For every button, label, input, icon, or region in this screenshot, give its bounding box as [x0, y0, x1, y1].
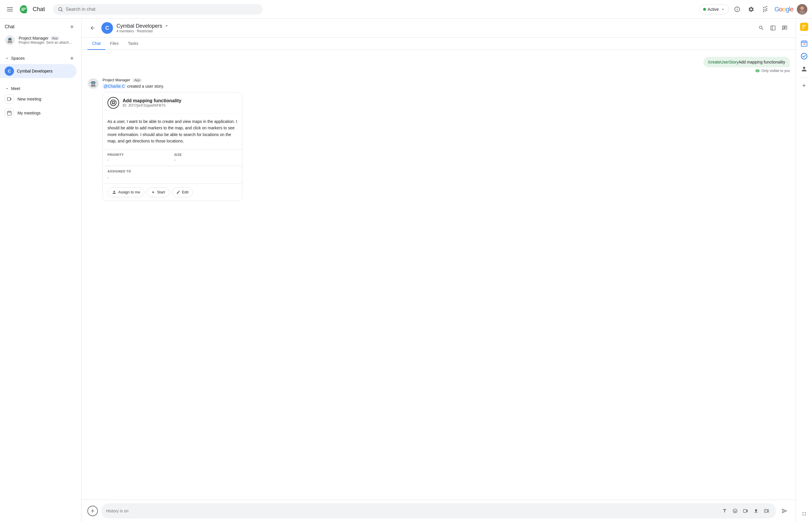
new-meeting-icon [5, 94, 14, 104]
hamburger-menu[interactable] [5, 5, 15, 14]
message-input[interactable] [106, 508, 718, 513]
svg-rect-27 [94, 85, 95, 86]
start-label: Start [157, 190, 165, 194]
svg-point-9 [8, 39, 9, 40]
svg-point-10 [11, 39, 12, 40]
new-space-button[interactable] [67, 54, 77, 63]
priority-value: - [107, 158, 171, 162]
project-manager-avatar [5, 35, 15, 45]
input-actions [720, 506, 771, 516]
my-meetings-item[interactable]: My meetings [0, 106, 81, 120]
bot-avatar [87, 78, 99, 89]
toggle-panel-button[interactable] [768, 23, 778, 33]
tabs: Chat Files Tasks [82, 38, 796, 50]
story-title: Add mapping functionality [123, 98, 181, 103]
svg-point-4 [800, 6, 804, 10]
user-message-bubble: /createUserStoryAdd mapping functionalit… [703, 57, 790, 67]
svg-rect-13 [7, 98, 11, 101]
svg-rect-24 [92, 84, 94, 84]
content-area: C Cymbal Developers 4 members · Restrict… [82, 19, 796, 522]
story-card-header: Add mapping functionality ID: J5TI7jsnF2… [103, 92, 242, 114]
user-avatar[interactable] [797, 4, 807, 15]
bot-content: Project Manager App @Charlie C created a… [103, 78, 790, 201]
add-button[interactable] [87, 506, 98, 516]
send-button[interactable] [779, 506, 790, 516]
svg-rect-26 [92, 85, 93, 86]
chevron-down-icon [5, 56, 9, 61]
chat-label[interactable]: Chat [5, 24, 15, 29]
google-tasks-button[interactable] [798, 21, 810, 33]
sidebar-item-project-manager[interactable]: Project Manager App Project Manager: Sen… [0, 33, 78, 48]
expand-section [798, 508, 810, 520]
story-icon [107, 97, 119, 109]
story-card: Add mapping functionality ID: J5TI7jsnF2… [103, 92, 242, 201]
main-layout: Chat Project Manager [0, 19, 812, 522]
start-button[interactable]: Start [147, 187, 169, 197]
back-button[interactable] [87, 23, 98, 33]
size-value: - [174, 158, 237, 162]
chevron-down-icon [5, 86, 9, 91]
assigned-label: ASSIGNED TO [107, 166, 237, 173]
project-manager-info: Project Manager App Project Manager: Sen… [19, 36, 73, 44]
emoji-button[interactable] [730, 506, 740, 516]
search-button[interactable] [756, 23, 767, 33]
svg-text:19: 19 [803, 43, 806, 45]
svg-rect-14 [7, 111, 12, 115]
chat-section-header: Chat [0, 19, 81, 33]
tab-files[interactable]: Files [105, 38, 123, 50]
story-meta: PRIORITY - SIZE - [103, 149, 242, 166]
google-logo: Google [774, 5, 793, 13]
sidebar-item-cymbal-developers[interactable]: C Cymbal Developers [0, 64, 77, 78]
input-area [82, 500, 796, 522]
new-meeting-item[interactable]: New meeting [0, 92, 81, 106]
top-bar: Chat Active Google [0, 0, 812, 19]
search-input[interactable] [65, 7, 258, 12]
spaces-section-header: Spaces [0, 50, 81, 64]
upload-button[interactable] [751, 506, 761, 516]
new-chat-button[interactable] [67, 22, 77, 32]
assigned-value: - [107, 174, 237, 180]
meet-label[interactable]: Meet [5, 86, 20, 91]
tab-chat[interactable]: Chat [87, 38, 105, 50]
new-meeting-label: New meeting [18, 97, 41, 101]
svg-line-2 [61, 10, 63, 12]
chevron-down-icon [164, 23, 169, 28]
command-arg: Add mapping functionality [738, 60, 785, 64]
sidebar: Chat Project Manager [0, 19, 82, 522]
edit-icon [176, 190, 180, 194]
apps-button[interactable] [759, 3, 771, 15]
expand-button[interactable] [798, 508, 810, 520]
bot-app-badge: App [133, 78, 142, 82]
svg-rect-18 [771, 26, 775, 30]
svg-point-23 [94, 82, 95, 83]
tab-tasks[interactable]: Tasks [123, 38, 143, 50]
person-icon [112, 190, 117, 195]
story-priority: PRIORITY - [107, 153, 171, 162]
story-assigned-section: ASSIGNED TO - [103, 166, 242, 184]
bot-message: Project Manager App @Charlie C created a… [87, 78, 790, 201]
bot-sender: Project Manager App [103, 78, 790, 82]
space-name[interactable]: Cymbal Developers [117, 23, 753, 29]
meet-button[interactable] [762, 506, 771, 516]
text-format-button[interactable] [720, 506, 729, 516]
video-button[interactable] [741, 506, 750, 516]
svg-rect-37 [802, 25, 806, 26]
edit-button[interactable]: Edit [172, 187, 193, 197]
spaces-label[interactable]: Spaces [5, 56, 25, 61]
space-header: C Cymbal Developers 4 members · Restrict… [82, 19, 796, 38]
size-label: SIZE [174, 153, 237, 156]
google-calendar-button[interactable]: 19 [798, 38, 810, 49]
add-widget-button[interactable]: + [798, 80, 810, 92]
assign-to-me-button[interactable]: Assign to me [107, 187, 144, 197]
bot-created-text: @Charlie C created a user story. [103, 84, 790, 88]
settings-button[interactable] [745, 3, 757, 15]
tasks-check-button[interactable] [798, 51, 810, 62]
status-button[interactable]: Active [699, 4, 729, 14]
project-manager-name: Project Manager App [19, 36, 73, 40]
search-bar[interactable] [53, 4, 263, 15]
only-visible-text: Only visible to you [762, 69, 790, 73]
chat-threads-button[interactable] [779, 23, 790, 33]
svg-rect-12 [7, 41, 12, 43]
contacts-button[interactable] [798, 63, 810, 75]
help-button[interactable] [731, 3, 743, 15]
